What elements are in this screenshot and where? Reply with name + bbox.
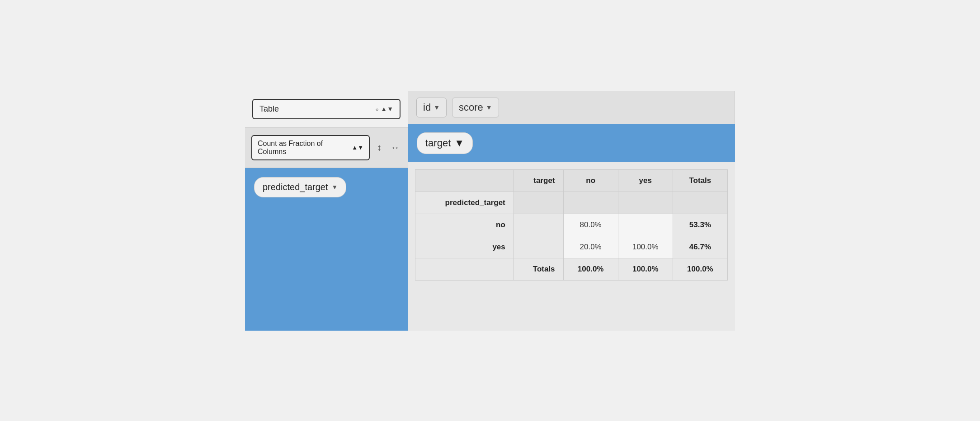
corner-yes bbox=[618, 192, 673, 214]
cell-no-yes bbox=[618, 214, 673, 236]
options-row: Count as Fraction of Columns ▲▼ ↕ ↔ bbox=[245, 127, 408, 168]
cell-totals-totals: 100.0% bbox=[673, 258, 727, 280]
cell-yes-yes: 100.0% bbox=[618, 236, 673, 258]
score-chevron: ▼ bbox=[486, 104, 492, 111]
left-blue-panel: predicted_target ▼ bbox=[245, 168, 408, 331]
matrix-container: target no yes Totals predicted_target bbox=[408, 162, 735, 331]
corner-top-left bbox=[415, 169, 514, 192]
confusion-matrix-table: target no yes Totals predicted_target bbox=[415, 169, 728, 281]
id-chevron: ▼ bbox=[433, 104, 440, 111]
score-column-pill[interactable]: score ▼ bbox=[452, 98, 499, 117]
empty-yes bbox=[514, 236, 563, 258]
matrix-col-no: no bbox=[563, 169, 618, 192]
matrix-col-yes: yes bbox=[618, 169, 673, 192]
matrix-col-totals: Totals bbox=[673, 169, 727, 192]
fraction-select[interactable]: Count as Fraction of Columns ▲▼ bbox=[251, 135, 370, 160]
predicted-field-pill[interactable]: predicted_target ▼ bbox=[254, 177, 346, 197]
id-column-pill[interactable]: id ▼ bbox=[416, 98, 447, 117]
cell-totals-no: 100.0% bbox=[563, 258, 618, 280]
corner-no bbox=[563, 192, 618, 214]
cell-yes-totals: 46.7% bbox=[673, 236, 727, 258]
expand-button[interactable]: ↔ bbox=[389, 140, 401, 154]
target-chevron: ▼ bbox=[454, 137, 464, 149]
table-row: no 80.0% 53.3% bbox=[415, 214, 728, 236]
table-select[interactable]: Table ⬦ ▲▼ bbox=[252, 99, 400, 119]
target-field-pill[interactable]: target ▼ bbox=[417, 132, 473, 154]
matrix-row-header: predicted_target bbox=[415, 192, 514, 214]
row-label-yes: yes bbox=[415, 236, 514, 258]
main-container: Table ⬦ ▲▼ Count as Fraction of Columns … bbox=[245, 91, 735, 331]
row-label-no: no bbox=[415, 214, 514, 236]
id-label: id bbox=[423, 102, 431, 113]
right-panel: id ▼ score ▼ target ▼ target bbox=[408, 91, 735, 331]
cell-totals-yes: 100.0% bbox=[618, 258, 673, 280]
corner-totals bbox=[673, 192, 727, 214]
left-panel: Table ⬦ ▲▼ Count as Fraction of Columns … bbox=[245, 91, 408, 331]
predicted-chevron: ▼ bbox=[332, 183, 338, 191]
target-label: target bbox=[425, 137, 451, 149]
cell-yes-no: 20.0% bbox=[563, 236, 618, 258]
cell-no-no: 80.0% bbox=[563, 214, 618, 236]
table-row: yes 20.0% 100.0% 46.7% bbox=[415, 236, 728, 258]
right-blue-header: target ▼ bbox=[408, 124, 735, 162]
corner-inner bbox=[514, 192, 563, 214]
right-header: id ▼ score ▼ bbox=[408, 91, 735, 124]
table-select-row: Table ⬦ ▲▼ bbox=[245, 91, 408, 127]
score-label: score bbox=[459, 102, 483, 113]
fraction-label: Count as Fraction of Columns bbox=[258, 140, 352, 156]
table-row: Totals 100.0% 100.0% 100.0% bbox=[415, 258, 728, 280]
matrix-col-header: target bbox=[514, 169, 563, 192]
cell-no-totals: 53.3% bbox=[673, 214, 727, 236]
fraction-arrows: ▲▼ bbox=[352, 144, 363, 151]
totals-row-corner bbox=[415, 258, 514, 280]
table-select-label: Table bbox=[259, 104, 279, 114]
predicted-field-label: predicted_target bbox=[263, 182, 328, 192]
swap-axis-button[interactable]: ↕ bbox=[375, 140, 383, 154]
table-select-arrows: ⬦ ▲▼ bbox=[375, 105, 393, 112]
totals-row-label: Totals bbox=[514, 258, 563, 280]
empty-no bbox=[514, 214, 563, 236]
